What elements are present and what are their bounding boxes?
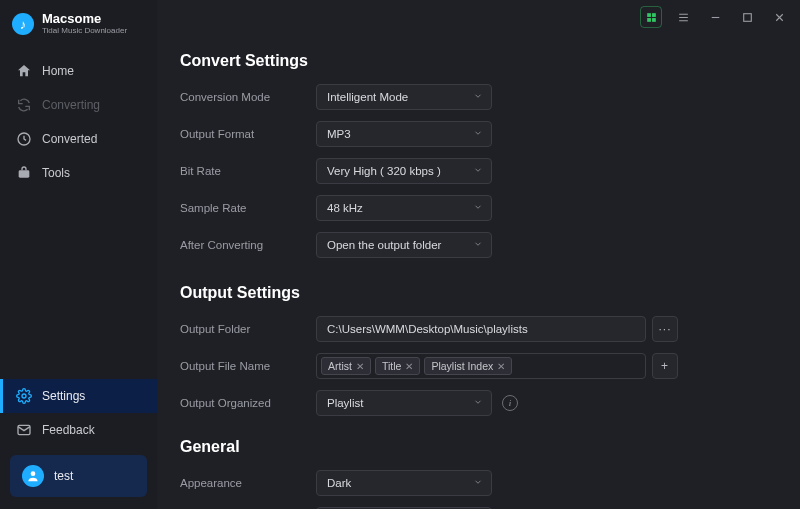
clock-icon: [16, 131, 32, 147]
chevron-down-icon: [473, 128, 483, 140]
select-value: Dark: [327, 477, 351, 489]
row-sample-rate: Sample Rate 48 kHz: [180, 195, 760, 221]
brand-text: Macsome Tidal Music Downloader: [42, 12, 127, 36]
user-pill[interactable]: test: [10, 455, 147, 497]
sidebar-item-converted[interactable]: Converted: [0, 122, 157, 156]
sidebar-item-home[interactable]: Home: [0, 54, 157, 88]
svg-rect-1: [19, 170, 30, 177]
select-value: Open the output folder: [327, 239, 441, 251]
remove-tag-icon[interactable]: ✕: [497, 361, 505, 372]
brand: ♪ Macsome Tidal Music Downloader: [0, 0, 157, 50]
toolbox-icon: [16, 165, 32, 181]
browse-folder-button[interactable]: ···: [652, 316, 678, 342]
convert-icon: [16, 97, 32, 113]
output-filename-label: Output File Name: [180, 360, 316, 372]
output-organized-label: Output Organized: [180, 397, 316, 409]
add-tag-button[interactable]: +: [652, 353, 678, 379]
row-output-organized: Output Organized Playlist i: [180, 390, 760, 416]
select-value: Intelligent Mode: [327, 91, 408, 103]
sidebar-item-settings[interactable]: Settings: [0, 379, 157, 413]
appearance-select[interactable]: Dark: [316, 470, 492, 496]
row-output-folder: Output Folder C:\Users\WMM\Desktop\Music…: [180, 316, 760, 342]
svg-rect-9: [743, 13, 751, 21]
svg-rect-6: [652, 13, 656, 17]
settings-content: Convert Settings Conversion Mode Intelli…: [158, 34, 800, 509]
svg-point-2: [22, 394, 26, 398]
chevron-down-icon: [473, 477, 483, 489]
output-organized-select[interactable]: Playlist: [316, 390, 492, 416]
sample-rate-label: Sample Rate: [180, 202, 316, 214]
tag-title: Title✕: [375, 357, 420, 375]
tag-artist: Artist✕: [321, 357, 371, 375]
after-converting-select[interactable]: Open the output folder: [316, 232, 492, 258]
brand-logo-icon: ♪: [12, 13, 34, 35]
mail-icon: [16, 422, 32, 438]
row-output-filename: Output File Name Artist✕ Title✕ Playlist…: [180, 353, 760, 379]
app-window: ♪ Macsome Tidal Music Downloader Home Co…: [0, 0, 800, 509]
select-value: MP3: [327, 128, 351, 140]
output-format-label: Output Format: [180, 128, 316, 140]
section-general-title: General: [180, 438, 760, 456]
maximize-button[interactable]: [736, 6, 758, 28]
sidebar-item-tools[interactable]: Tools: [0, 156, 157, 190]
filename-tags-field[interactable]: Artist✕ Title✕ Playlist Index✕: [316, 353, 646, 379]
svg-rect-5: [647, 13, 651, 17]
chevron-down-icon: [473, 165, 483, 177]
minimize-button[interactable]: [704, 6, 726, 28]
select-value: 48 kHz: [327, 202, 363, 214]
sidebar: ♪ Macsome Tidal Music Downloader Home Co…: [0, 0, 158, 509]
remove-tag-icon[interactable]: ✕: [356, 361, 364, 372]
home-icon: [16, 63, 32, 79]
bit-rate-label: Bit Rate: [180, 165, 316, 177]
svg-rect-8: [652, 18, 656, 22]
svg-point-4: [31, 471, 36, 476]
output-format-select[interactable]: MP3: [316, 121, 492, 147]
section-output-title: Output Settings: [180, 284, 760, 302]
sidebar-item-label: Home: [42, 64, 74, 78]
titlebar: [158, 0, 800, 34]
conversion-mode-select[interactable]: Intelligent Mode: [316, 84, 492, 110]
chevron-down-icon: [473, 239, 483, 251]
sample-rate-select[interactable]: 48 kHz: [316, 195, 492, 221]
sidebar-item-label: Feedback: [42, 423, 95, 437]
appearance-label: Appearance: [180, 477, 316, 489]
avatar-icon: [22, 465, 44, 487]
select-value: Playlist: [327, 397, 363, 409]
svg-rect-7: [647, 18, 651, 22]
row-output-format: Output Format MP3: [180, 121, 760, 147]
menu-button[interactable]: [672, 6, 694, 28]
output-folder-value: C:\Users\WMM\Desktop\Music\playlists: [327, 323, 528, 335]
gear-icon: [16, 388, 32, 404]
remove-tag-icon[interactable]: ✕: [405, 361, 413, 372]
brand-sub: Tidal Music Downloader: [42, 26, 127, 36]
conversion-mode-label: Conversion Mode: [180, 91, 316, 103]
chevron-down-icon: [473, 397, 483, 409]
row-appearance: Appearance Dark: [180, 470, 760, 496]
tag-playlist-index: Playlist Index✕: [424, 357, 512, 375]
output-folder-input[interactable]: C:\Users\WMM\Desktop\Music\playlists: [316, 316, 646, 342]
section-convert-title: Convert Settings: [180, 52, 760, 70]
nav: Home Converting Converted Tools Settings: [0, 50, 157, 509]
output-folder-label: Output Folder: [180, 323, 316, 335]
main: Convert Settings Conversion Mode Intelli…: [158, 0, 800, 509]
info-icon: i: [502, 395, 518, 411]
sidebar-item-feedback[interactable]: Feedback: [0, 413, 157, 447]
chevron-down-icon: [473, 91, 483, 103]
chevron-down-icon: [473, 202, 483, 214]
sidebar-item-label: Converting: [42, 98, 100, 112]
sidebar-item-label: Settings: [42, 389, 85, 403]
grid-view-button[interactable]: [640, 6, 662, 28]
close-button[interactable]: [768, 6, 790, 28]
user-name: test: [54, 469, 73, 483]
bit-rate-select[interactable]: Very High ( 320 kbps ): [316, 158, 492, 184]
brand-name: Macsome: [42, 12, 127, 26]
sidebar-item-converting[interactable]: Converting: [0, 88, 157, 122]
sidebar-item-label: Converted: [42, 132, 97, 146]
sidebar-item-label: Tools: [42, 166, 70, 180]
row-conversion-mode: Conversion Mode Intelligent Mode: [180, 84, 760, 110]
row-after-converting: After Converting Open the output folder: [180, 232, 760, 258]
row-bit-rate: Bit Rate Very High ( 320 kbps ): [180, 158, 760, 184]
after-converting-label: After Converting: [180, 239, 316, 251]
select-value: Very High ( 320 kbps ): [327, 165, 441, 177]
